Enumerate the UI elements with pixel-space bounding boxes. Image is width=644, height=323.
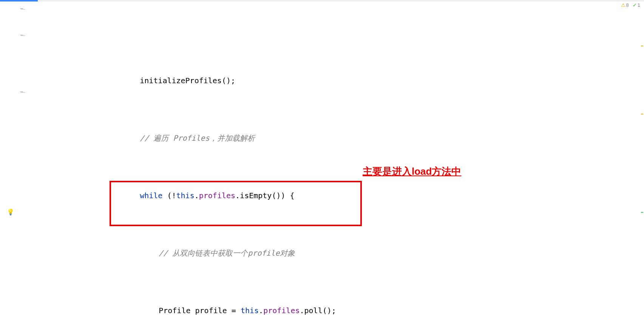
keyword-this: this <box>176 191 195 200</box>
scroll-marker <box>641 113 643 115</box>
comment: // 从双向链表中获取一个profile对象 <box>159 248 295 258</box>
fold-marker[interactable] <box>21 92 25 93</box>
code-line[interactable]: // 遍历 Profiles，并加载解析 <box>27 116 644 131</box>
code-editor[interactable]: initializeProfiles(); // 遍历 Profiles，并加载… <box>27 2 644 323</box>
code-line[interactable]: Profile profile = this.profiles.poll(); <box>27 289 644 303</box>
keyword-this: this <box>241 306 259 315</box>
field-profiles: profiles <box>199 191 235 200</box>
comment: // 遍历 Profiles，并加载解析 <box>140 134 255 143</box>
code-line[interactable]: // 从双向链表中获取一个profile对象 <box>27 231 644 246</box>
code-text: .poll(); <box>300 306 336 315</box>
code-text: . <box>259 306 263 315</box>
code-text: initializeProfiles(); <box>140 76 235 85</box>
code-text: (! <box>162 191 176 200</box>
fold-marker[interactable] <box>21 9 25 9</box>
code-text: . <box>195 191 199 200</box>
scroll-marker <box>641 45 643 47</box>
field-profiles: profiles <box>263 306 300 315</box>
intention-bulb-icon[interactable]: 💡 <box>7 208 14 216</box>
code-text: isEmpty()) { <box>240 191 295 200</box>
fold-marker[interactable] <box>21 36 25 36</box>
fold-column[interactable] <box>20 2 26 323</box>
editor-gutter[interactable]: 💡 <box>0 2 20 323</box>
keyword-while: while <box>140 191 162 200</box>
annotation-text: 主要是进入load方法中 <box>363 165 461 178</box>
code-text: . <box>235 191 240 200</box>
code-line[interactable]: while (!this.profiles.isEmpty()) { <box>27 174 644 188</box>
code-line[interactable]: initializeProfiles(); <box>27 59 644 73</box>
type-profile: Profile <box>159 306 190 315</box>
scroll-marker <box>641 212 643 213</box>
code-text: profile = <box>190 306 240 315</box>
